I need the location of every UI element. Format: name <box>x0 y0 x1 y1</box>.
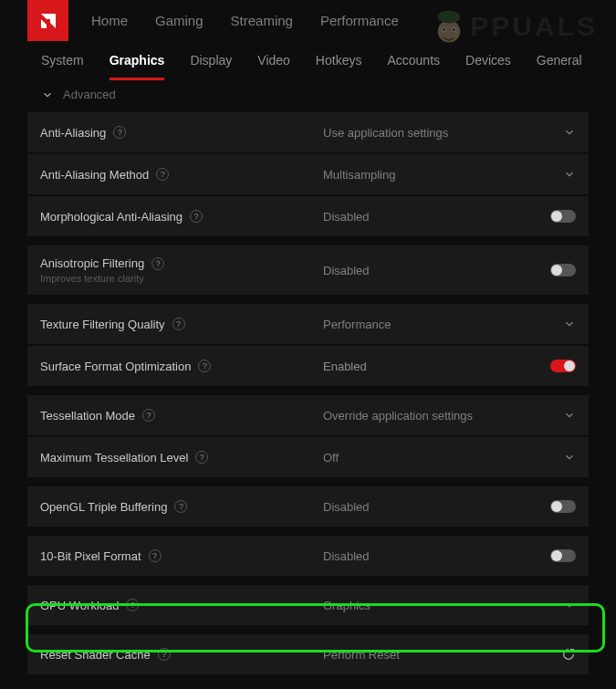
setting-label: Texture Filtering Quality <box>40 318 165 331</box>
dropdown-anti-aliasing[interactable]: Use application settings <box>323 126 576 140</box>
setting-value: Disabled <box>323 549 370 563</box>
setting-value: Graphics <box>323 599 371 612</box>
help-icon[interactable]: ? <box>174 500 187 513</box>
setting-label: 10-Bit Pixel Format <box>40 549 141 563</box>
setting-label: Morphological Anti-Aliasing <box>40 210 183 224</box>
help-icon[interactable]: ? <box>190 210 203 223</box>
amd-logo[interactable] <box>27 0 68 41</box>
setting-value: Performance <box>323 318 391 331</box>
tab-graphics[interactable]: Graphics <box>110 53 165 71</box>
help-icon[interactable]: ? <box>151 257 164 270</box>
section-advanced-header[interactable]: Advanced <box>0 88 616 101</box>
setting-value: Enabled <box>323 360 367 373</box>
setting-sublabel: Improves texture clarity <box>40 273 323 284</box>
dropdown-tessellation-mode[interactable]: Override application settings <box>323 409 576 423</box>
help-icon[interactable]: ? <box>156 168 169 181</box>
dropdown-texture-filtering-quality[interactable]: Performance <box>323 318 576 331</box>
setting-label: OpenGL Triple Buffering <box>40 500 167 514</box>
dropdown-max-tessellation-level[interactable]: Off <box>323 451 576 465</box>
toggle-10bit-pixel-format[interactable] <box>550 549 576 562</box>
setting-reset-shader-cache: Reset Shader Cache ? Perform Reset <box>27 634 589 674</box>
tab-general[interactable]: General <box>537 53 582 71</box>
setting-label: Anisotropic Filtering <box>40 256 144 270</box>
setting-label: Anti-Aliasing <box>40 126 106 140</box>
setting-value: Disabled <box>323 210 370 224</box>
setting-value: Disabled <box>323 500 370 514</box>
chevron-down-icon <box>563 168 576 181</box>
setting-surface-format-optimization: Surface Format Optimization ? Enabled <box>27 346 589 386</box>
tab-devices[interactable]: Devices <box>465 53 511 71</box>
chevron-down-icon <box>563 318 576 330</box>
nav-performance[interactable]: Performance <box>320 13 399 28</box>
help-icon[interactable]: ? <box>158 648 171 661</box>
tab-video[interactable]: Video <box>257 53 290 71</box>
toggle-surface-format-optimization[interactable] <box>550 360 576 372</box>
reset-icon[interactable] <box>561 647 576 662</box>
chevron-down-icon <box>563 409 576 422</box>
setting-anti-aliasing-method: Anti-Aliasing Method ? Multisampling <box>27 154 589 194</box>
setting-label: Reset Shader Cache <box>40 648 151 662</box>
setting-value: Perform Reset <box>323 648 400 662</box>
setting-value: Disabled <box>323 264 370 277</box>
chevron-down-icon <box>563 451 576 464</box>
setting-label: Maximum Tessellation Level <box>40 451 188 465</box>
toggle-opengl-triple-buffering[interactable] <box>550 500 576 513</box>
setting-label: Tessellation Mode <box>40 409 135 423</box>
setting-max-tessellation-level: Maximum Tessellation Level ? Off <box>27 437 589 477</box>
help-icon[interactable]: ? <box>113 126 126 139</box>
section-label: Advanced <box>63 88 116 101</box>
nav-gaming[interactable]: Gaming <box>155 13 204 28</box>
help-icon[interactable]: ? <box>126 599 139 611</box>
help-icon[interactable]: ? <box>195 451 208 464</box>
help-icon[interactable]: ? <box>149 549 162 562</box>
chevron-down-icon <box>563 126 576 139</box>
settings-list: Anti-Aliasing ? Use application settings… <box>0 112 616 674</box>
help-icon[interactable]: ? <box>172 318 185 330</box>
dropdown-anti-aliasing-method[interactable]: Multisampling <box>323 168 576 182</box>
setting-tessellation-mode: Tessellation Mode ? Override application… <box>27 395 589 435</box>
nav-streaming[interactable]: Streaming <box>231 13 293 28</box>
setting-value: Override application settings <box>323 409 473 423</box>
tab-hotkeys[interactable]: Hotkeys <box>316 53 362 71</box>
setting-label: Anti-Aliasing Method <box>40 168 149 182</box>
setting-anisotropic-filtering: Anisotropic Filtering ? Improves texture… <box>27 245 589 295</box>
setting-label: Surface Format Optimization <box>40 360 191 373</box>
dropdown-gpu-workload[interactable]: Graphics <box>323 599 576 612</box>
toggle-anisotropic-filtering[interactable] <box>550 264 576 277</box>
secondary-nav: System Graphics Display Video Hotkeys Ac… <box>0 41 616 82</box>
tab-display[interactable]: Display <box>190 53 232 71</box>
setting-morphological-aa: Morphological Anti-Aliasing ? Disabled <box>27 196 589 236</box>
setting-texture-filtering-quality: Texture Filtering Quality ? Performance <box>27 304 589 344</box>
chevron-down-icon <box>41 89 54 101</box>
setting-value: Multisampling <box>323 168 395 182</box>
setting-anti-aliasing: Anti-Aliasing ? Use application settings <box>27 112 589 152</box>
chevron-down-icon <box>563 599 576 611</box>
setting-gpu-workload: GPU Workload ? Graphics <box>27 585 589 625</box>
setting-10bit-pixel-format: 10-Bit Pixel Format ? Disabled <box>27 536 589 576</box>
tab-system[interactable]: System <box>41 53 84 71</box>
amd-arrow-icon <box>37 10 59 32</box>
nav-home[interactable]: Home <box>91 13 128 28</box>
setting-opengl-triple-buffering: OpenGL Triple Buffering ? Disabled <box>27 486 589 527</box>
help-icon[interactable]: ? <box>198 360 211 372</box>
tab-accounts[interactable]: Accounts <box>387 53 440 71</box>
setting-label: GPU Workload <box>40 599 119 612</box>
setting-value: Off <box>323 451 339 465</box>
primary-nav: Home Gaming Streaming Performance <box>0 0 616 41</box>
toggle-morphological-aa[interactable] <box>550 210 576 223</box>
setting-value: Use application settings <box>323 126 448 140</box>
help-icon[interactable]: ? <box>142 409 155 422</box>
